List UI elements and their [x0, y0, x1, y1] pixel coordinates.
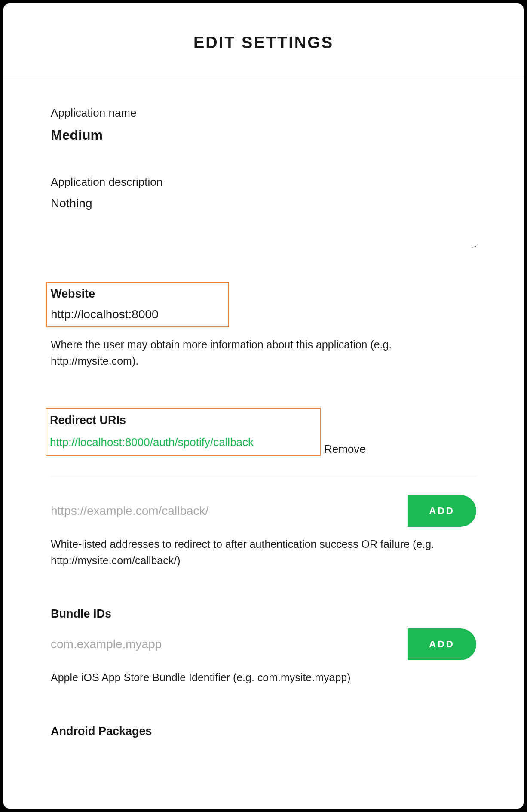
- modal-body: Application name Application description…: [3, 76, 524, 763]
- bundle-ids-help-text: Apple iOS App Store Bundle Identifier (e…: [51, 670, 476, 686]
- website-input[interactable]: [51, 308, 225, 321]
- application-description-input[interactable]: [51, 197, 476, 248]
- add-redirect-uri-row: ADD: [51, 495, 476, 527]
- bundle-id-input[interactable]: [51, 637, 395, 651]
- bundle-ids-group: Bundle IDs ADD Apple iOS App Store Bundl…: [51, 607, 476, 686]
- modal-header: EDIT SETTINGS: [3, 3, 524, 76]
- application-description-group: Application description: [51, 175, 476, 250]
- remove-redirect-uri-button[interactable]: Remove: [324, 443, 366, 455]
- website-group: Website Where the user may obtain more i…: [51, 282, 476, 369]
- website-help-text: Where the user may obtain more informati…: [51, 337, 476, 369]
- bundle-ids-label: Bundle IDs: [51, 607, 476, 621]
- redirect-uris-label: Redirect URIs: [50, 414, 316, 427]
- website-highlight: Website: [46, 282, 229, 327]
- add-redirect-uri-button[interactable]: ADD: [408, 495, 476, 527]
- redirect-uri-input[interactable]: [51, 504, 395, 518]
- application-name-group: Application name: [51, 106, 476, 143]
- application-description-label: Application description: [51, 175, 476, 189]
- website-label: Website: [51, 287, 225, 301]
- android-packages-label: Android Packages: [51, 725, 476, 738]
- add-bundle-id-button[interactable]: ADD: [408, 628, 476, 660]
- android-packages-group: Android Packages: [51, 725, 476, 738]
- application-name-input[interactable]: [51, 127, 476, 143]
- redirect-uris-group: Redirect URIs http://localhost:8000/auth…: [51, 408, 476, 569]
- redirect-uri-value: http://localhost:8000/auth/spotify/callb…: [50, 436, 254, 449]
- modal-title: EDIT SETTINGS: [3, 34, 524, 52]
- add-bundle-id-row: ADD: [51, 628, 476, 660]
- redirect-uris-highlight: Redirect URIs http://localhost:8000/auth…: [46, 408, 321, 456]
- redirect-uris-help-text: White-listed addresses to redirect to af…: [51, 536, 476, 569]
- redirect-divider: [51, 477, 476, 477]
- application-name-label: Application name: [51, 106, 476, 120]
- edit-settings-modal: EDIT SETTINGS Application name Applicati…: [3, 3, 524, 809]
